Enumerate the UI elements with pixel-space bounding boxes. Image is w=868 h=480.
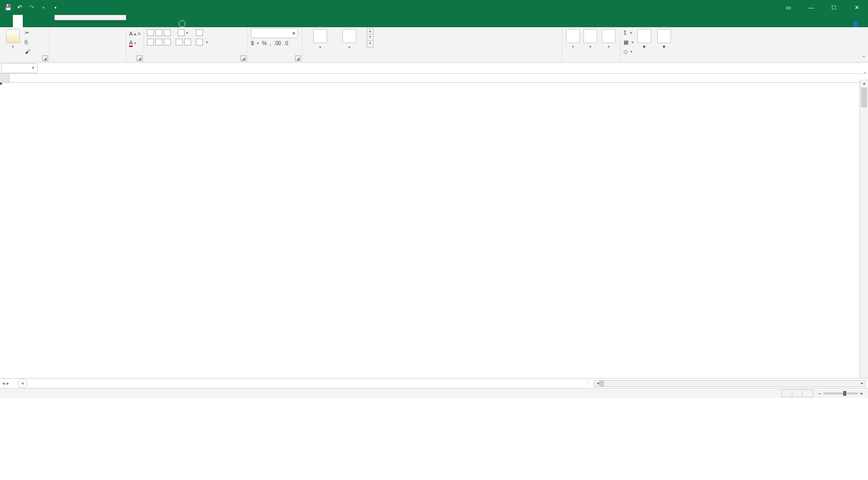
zoom-in-icon[interactable]: + xyxy=(860,390,863,396)
page-layout-icon[interactable] xyxy=(792,389,803,397)
tab-home[interactable] xyxy=(13,15,23,27)
find-icon xyxy=(657,29,671,43)
wrap-text-icon xyxy=(196,29,203,36)
formula-bar-row: ▼ ⌄ xyxy=(0,63,868,74)
qat-customize-icon[interactable]: ▾ xyxy=(51,3,59,11)
sigma-icon: Σ xyxy=(624,30,627,36)
find-select-button[interactable]: ▾ xyxy=(655,28,673,49)
format-as-table-button[interactable]: ▾ xyxy=(337,28,362,50)
insert-button[interactable]: ▾ xyxy=(565,28,580,49)
scroll-thumb[interactable] xyxy=(599,381,604,386)
grow-font-button[interactable]: A▴A xyxy=(129,29,141,38)
scroll-thumb[interactable] xyxy=(861,88,867,107)
dialog-launcher-icon[interactable]: ◢ xyxy=(137,55,143,61)
undo-icon[interactable]: ↶ xyxy=(16,3,24,11)
qat-customize-menu xyxy=(54,15,126,20)
align-right-icon[interactable] xyxy=(164,39,171,46)
clear-button[interactable]: ◇▾ xyxy=(624,47,633,56)
align-center-icon[interactable] xyxy=(155,39,162,46)
add-sheet-button[interactable]: + xyxy=(18,379,28,388)
close-icon[interactable]: ✕ xyxy=(845,0,868,15)
styles-scroll-up[interactable]: ▴ xyxy=(367,28,374,35)
align-bottom-icon[interactable] xyxy=(164,29,171,36)
group-label xyxy=(3,56,46,62)
tell-me[interactable] xyxy=(179,20,189,27)
expand-formula-icon[interactable]: ⌄ xyxy=(863,69,867,74)
orientation-icon[interactable] xyxy=(178,29,185,36)
view-buttons[interactable] xyxy=(782,389,813,397)
qat-menu-title xyxy=(55,15,126,20)
zoom-out-icon[interactable]: − xyxy=(818,390,821,396)
spreadsheet-grid[interactable] xyxy=(0,74,868,378)
autosum-button[interactable]: Σ▾ xyxy=(624,28,633,37)
decrease-decimal-icon[interactable]: .0 xyxy=(284,41,288,46)
save-icon[interactable]: 💾 xyxy=(4,3,12,11)
split-handle[interactable]: ⋮ xyxy=(585,380,590,387)
vertical-scrollbar[interactable]: ▴ ▾ xyxy=(860,79,868,384)
merge-icon xyxy=(196,39,203,46)
page-break-icon[interactable] xyxy=(802,389,813,397)
minimize-icon[interactable]: — xyxy=(800,0,822,15)
dialog-launcher-icon[interactable]: ◢ xyxy=(241,55,246,61)
maximize-icon[interactable]: ☐ xyxy=(822,0,845,15)
format-painter-button[interactable]: 🖌 xyxy=(25,47,32,56)
tab-powerpivot[interactable] xyxy=(164,15,174,27)
table-icon xyxy=(342,29,356,43)
align-top-icon[interactable] xyxy=(147,29,154,36)
zoom-slider[interactable]: − + xyxy=(818,390,865,396)
fill-button[interactable]: ▦▾ xyxy=(624,38,633,47)
paste-icon xyxy=(6,29,20,43)
increase-decimal-icon[interactable]: .00 xyxy=(274,41,281,46)
group-label xyxy=(147,54,244,62)
group-label xyxy=(251,54,299,62)
name-box[interactable]: ▼ xyxy=(1,63,38,73)
paste-button[interactable]: ▾ xyxy=(3,28,23,49)
align-middle-icon[interactable] xyxy=(155,29,162,36)
number-format-select[interactable]: ▾ xyxy=(251,28,298,38)
quick-access-toolbar: 💾 ↶ ↷ ▫ ▾ xyxy=(0,3,63,11)
group-font-end: A▴A A▾ ◢ xyxy=(126,27,144,62)
fill-icon: ▦ xyxy=(624,39,628,46)
cut-button[interactable]: ✂ xyxy=(25,28,32,37)
dialog-launcher-icon[interactable]: ◢ xyxy=(42,55,48,61)
styles-more[interactable]: ▾ xyxy=(367,41,374,48)
sheet-nav[interactable]: ◂ ▸ xyxy=(2,380,9,386)
merge-center-button[interactable]: ▾ xyxy=(196,38,208,47)
tab-addins[interactable] xyxy=(134,15,144,27)
horizontal-scrollbar[interactable]: ◂ ▸ xyxy=(594,380,866,387)
align-left-icon[interactable] xyxy=(147,39,154,46)
wrap-text-button[interactable] xyxy=(196,28,208,37)
sort-filter-button[interactable]: ▾ xyxy=(635,28,653,49)
increase-indent-icon[interactable] xyxy=(184,39,191,46)
tab-insert[interactable] xyxy=(23,15,33,27)
group-cells: ▾ ▾ ▾ xyxy=(562,27,621,62)
select-all-icon[interactable] xyxy=(0,74,9,82)
collapse-ribbon-icon[interactable]: ⌃ xyxy=(862,55,866,61)
comma-icon[interactable]: , xyxy=(270,40,271,46)
scroll-up-icon[interactable]: ▴ xyxy=(860,79,868,88)
decrease-indent-icon[interactable] xyxy=(176,39,183,46)
group-alignment: ▾ ▾ ◢ xyxy=(144,27,248,62)
group-styles: ▾ ▾ ▴ ▾ ▾ xyxy=(302,27,562,62)
ribbon-display-icon[interactable]: ▭ xyxy=(777,0,800,15)
styles-scroll-down[interactable]: ▾ xyxy=(367,35,374,41)
share-button[interactable]: 👤 xyxy=(845,21,868,27)
format-icon xyxy=(602,29,616,43)
new-icon[interactable]: ▫ xyxy=(40,3,48,11)
normal-view-icon[interactable] xyxy=(781,389,792,397)
tab-help[interactable] xyxy=(144,15,154,27)
font-color-button[interactable]: A▾ xyxy=(129,39,141,48)
tab-file[interactable] xyxy=(3,15,13,27)
accounting-icon[interactable]: $ xyxy=(251,40,254,46)
scroll-right-icon[interactable]: ▸ xyxy=(859,381,866,385)
sheet-tabs: ◂ ▸ + ⋮ ◂ ▸ xyxy=(0,378,868,388)
delete-button[interactable]: ▾ xyxy=(582,28,598,49)
conditional-formatting-button[interactable]: ▾ xyxy=(305,28,335,50)
tab-acrobat[interactable] xyxy=(154,15,164,27)
format-cells-button[interactable]: ▾ xyxy=(600,28,617,49)
dialog-launcher-icon[interactable]: ◢ xyxy=(295,55,301,61)
bulb-icon xyxy=(179,20,186,27)
redo-icon[interactable]: ↷ xyxy=(28,3,36,11)
percent-icon[interactable]: % xyxy=(262,40,267,46)
copy-button[interactable]: ⎘ xyxy=(25,38,32,47)
